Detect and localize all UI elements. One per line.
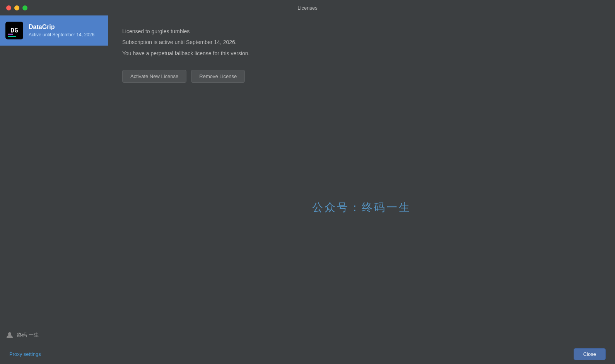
bottom-bar: Proxy settings Close xyxy=(0,344,615,364)
product-icon-decoration2 xyxy=(8,34,13,35)
user-icon xyxy=(6,332,13,338)
watermark-area: 公众号：终码一生 xyxy=(122,83,601,332)
product-icon-label: DG xyxy=(10,27,18,34)
license-line3: You have a perpetual fallback license fo… xyxy=(122,49,601,58)
svg-point-0 xyxy=(8,332,11,335)
close-window-button[interactable] xyxy=(6,5,11,10)
sidebar-user: 终码 一生 xyxy=(0,326,108,344)
window-title: Licenses xyxy=(297,5,317,11)
close-button[interactable]: Close xyxy=(574,348,606,360)
license-line1: Licensed to gurgles tumbles xyxy=(122,27,601,36)
remove-license-button[interactable]: Remove License xyxy=(191,70,245,83)
product-info: DataGrip Active until September 14, 2026 xyxy=(29,24,94,37)
sidebar-product-item[interactable]: DG DataGrip Active until September 14, 2… xyxy=(0,15,108,46)
maximize-window-button[interactable] xyxy=(22,5,27,10)
main-content: DG DataGrip Active until September 14, 2… xyxy=(0,15,615,344)
product-name: DataGrip xyxy=(29,24,94,31)
license-info: Licensed to gurgles tumbles Subscription… xyxy=(122,27,601,58)
license-line2: Subscription is active until September 1… xyxy=(122,38,601,46)
title-bar: Licenses xyxy=(0,0,615,15)
user-name: 终码 一生 xyxy=(17,332,39,338)
activate-new-license-button[interactable]: Activate New License xyxy=(122,70,186,83)
minimize-window-button[interactable] xyxy=(14,5,19,10)
license-buttons: Activate New License Remove License xyxy=(122,70,601,83)
right-panel: Licensed to gurgles tumbles Subscription… xyxy=(108,15,615,344)
sidebar-spacer xyxy=(0,46,108,326)
product-status: Active until September 14, 2026 xyxy=(29,32,94,37)
proxy-settings-link[interactable]: Proxy settings xyxy=(9,351,41,357)
product-icon: DG xyxy=(5,22,23,39)
watermark-text: 公众号：终码一生 xyxy=(312,200,411,215)
sidebar: DG DataGrip Active until September 14, 2… xyxy=(0,15,108,344)
window-controls xyxy=(6,5,27,10)
product-icon-decoration xyxy=(8,36,16,37)
